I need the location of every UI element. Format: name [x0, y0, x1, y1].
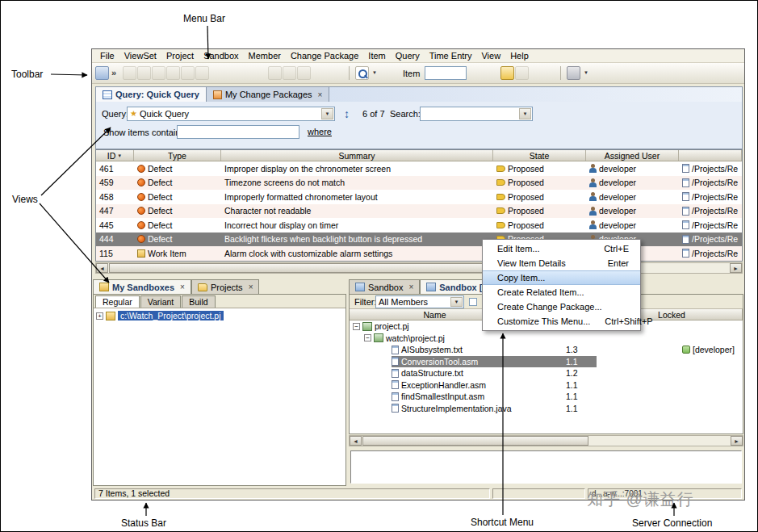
cell-id: 459	[96, 176, 134, 191]
screenshot-canvas: Menu Bar Toolbar Views Status Bar Shortc…	[0, 0, 758, 532]
search-icon[interactable]	[355, 66, 369, 80]
close-icon[interactable]: ×	[318, 90, 323, 99]
tree-row-member[interactable]: dataStructure.txt 1.2	[350, 367, 743, 379]
column-header-summary[interactable]: Summary	[221, 150, 493, 161]
dropdown-arrow-icon[interactable]: ▼	[519, 108, 531, 119]
column-header-type[interactable]: Type	[134, 150, 221, 161]
sandbox-tree-root[interactable]: + c:\Watch_Project\project.pj	[94, 308, 345, 323]
table-row-selected[interactable]: 444 Defect Backlight flickers when backl…	[96, 232, 742, 247]
document-icon	[682, 249, 689, 258]
document-icon	[392, 380, 399, 389]
tree-row-member-selected[interactable]: ConversionTool.asm 1.1	[350, 356, 743, 368]
scroll-right-button[interactable]: ►	[731, 436, 743, 446]
table-row[interactable]: 445 Defect Incorrect hour display on tim…	[96, 218, 742, 232]
settings-icon[interactable]	[567, 66, 580, 80]
horizontal-scrollbar[interactable]: ◄ ►	[95, 262, 743, 274]
sandbox-root-label: c:\Watch_Project\project.pj	[118, 311, 224, 320]
tab-my-change-packages[interactable]: My Change Packages ×	[207, 87, 329, 102]
close-icon[interactable]: ×	[249, 283, 253, 291]
where-link[interactable]: where	[308, 127, 332, 136]
filter-combo[interactable]: All Members ▼	[375, 295, 464, 308]
document-icon	[392, 346, 399, 354]
filter-checkbox[interactable]	[469, 298, 477, 306]
toolbar-icon	[181, 66, 195, 80]
menu-item-customize-this-menu[interactable]: Customize This Menu... Ctrl+Shift+P	[483, 314, 640, 329]
menu-item-create-related-item[interactable]: Create Related Item...	[483, 285, 640, 300]
menu-item-view-item-details[interactable]: View Item Details Enter	[483, 256, 640, 270]
menu-time-entry[interactable]: Time Entry	[425, 50, 477, 61]
contains-input[interactable]	[177, 125, 299, 139]
menu-file[interactable]: File	[95, 50, 119, 61]
scrollbar-thumb[interactable]	[362, 436, 588, 446]
collapse-icon[interactable]: −	[353, 323, 360, 330]
menu-help[interactable]: Help	[505, 50, 534, 61]
menu-item-edit-item[interactable]: Edit Item... Ctrl+E	[483, 241, 640, 256]
tab-my-sandboxes[interactable]: My Sandboxes ×	[93, 279, 191, 294]
menu-item-create-change-package[interactable]: Create Change Package...	[483, 300, 640, 314]
tree-row-subproject[interactable]: − watch\project.pj	[350, 333, 743, 345]
menu-item-copy-item[interactable]: Copy Item...	[483, 270, 640, 285]
subtab-build[interactable]: Build	[182, 295, 215, 308]
column-header-assigned-user[interactable]: Assigned User	[586, 150, 679, 161]
viewset-icon[interactable]	[95, 66, 109, 80]
search-dropdown-icon[interactable]: ▼	[372, 70, 377, 75]
scrollbar-thumb[interactable]	[109, 263, 522, 273]
menu-item[interactable]: Item	[363, 50, 390, 61]
toolbar-separator	[560, 66, 561, 80]
scroll-left-button[interactable]: ◄	[350, 436, 362, 446]
settings-dropdown-icon[interactable]: ▼	[584, 70, 588, 75]
dropdown-arrow-icon[interactable]: ▼	[321, 108, 333, 119]
query-view: Query: Quick Query My Change Packages × …	[95, 86, 743, 277]
tab-projects[interactable]: Projects ×	[191, 279, 260, 294]
result-count: 6 of 7	[362, 109, 385, 119]
tree-row-member[interactable]: AISubsystem.txt 1.3 [developer]	[350, 344, 743, 356]
tab-sandbox[interactable]: Sandbox ×	[349, 279, 420, 294]
cell-id: 447	[96, 204, 134, 219]
tab-query-quick-query[interactable]: Query: Quick Query	[96, 87, 207, 102]
table-row[interactable]: 459 Defect Timezone screens do not match…	[96, 176, 742, 191]
locked-by-icon	[682, 346, 690, 354]
menu-sandbox[interactable]: Sandbox	[199, 50, 243, 61]
menu-view[interactable]: View	[476, 50, 505, 61]
collapse-icon[interactable]: −	[364, 334, 371, 341]
work-item-icon	[137, 249, 145, 258]
search-combo[interactable]: ▼	[420, 107, 533, 121]
tree-row-member[interactable]: findSmallestInput.asm 1.1	[350, 391, 743, 403]
column-header-project[interactable]	[679, 150, 742, 161]
table-row[interactable]: 461 Defect Improper display on the chron…	[96, 161, 742, 176]
item-input[interactable]	[425, 66, 467, 80]
updown-arrows-icon[interactable]: ↕	[344, 107, 350, 120]
tab-label: My Change Packages	[225, 90, 312, 99]
create-item-icon[interactable]	[500, 66, 514, 80]
state-tag-icon	[496, 165, 505, 172]
column-header-id[interactable]: ID ▼	[96, 150, 134, 161]
dropdown-arrow-icon[interactable]: ▼	[450, 297, 463, 307]
cell-type: Defect	[134, 204, 221, 219]
query-combo[interactable]: ★ Quick Query ▼	[127, 107, 335, 121]
table-row[interactable]: 458 Defect Improperly formatted chronome…	[96, 190, 742, 204]
menu-viewset[interactable]: ViewSet	[119, 50, 161, 61]
annotation-views: Views	[12, 194, 38, 205]
expand-icon[interactable]: +	[96, 312, 103, 320]
subtab-regular[interactable]: Regular	[95, 295, 140, 308]
scroll-left-button[interactable]: ◄	[96, 263, 108, 273]
menu-query[interactable]: Query	[391, 50, 425, 61]
table-row[interactable]: 115 Work Item Alarm clock with customiza…	[96, 246, 742, 261]
menu-project[interactable]: Project	[161, 50, 199, 61]
menu-member[interactable]: Member	[244, 50, 286, 61]
close-icon[interactable]: ×	[408, 283, 413, 291]
menu-bar: File ViewSet Project Sandbox Member Chan…	[92, 49, 744, 63]
scroll-right-button[interactable]: ►	[730, 263, 742, 273]
document-icon	[682, 207, 689, 216]
tree-row-member[interactable]: ExceptionHandler.asm 1.1	[350, 379, 743, 392]
table-row[interactable]: 447 Defect Character not readable Propos…	[96, 204, 742, 219]
close-icon[interactable]: ×	[180, 283, 185, 291]
menu-change-package[interactable]: Change Package	[286, 50, 363, 61]
column-header-state[interactable]: State	[493, 150, 586, 161]
horizontal-scrollbar[interactable]: ◄ ►	[349, 435, 743, 446]
subtab-variant[interactable]: Variant	[140, 295, 182, 308]
sandbox-icon	[355, 283, 365, 291]
overflow-chevron-icon[interactable]: »	[111, 68, 116, 77]
tree-row-member[interactable]: StructureImplementation.java 1.1	[350, 403, 743, 415]
status-items-count: 7 Items, 1 selected	[94, 488, 490, 499]
